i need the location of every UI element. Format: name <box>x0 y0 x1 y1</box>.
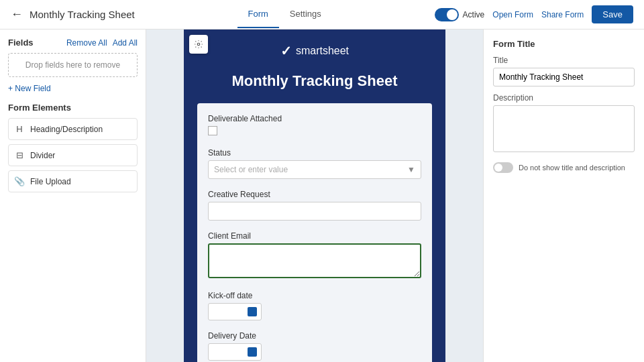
active-toggle-wrap: Active <box>435 8 485 21</box>
heading-icon: H <box>14 124 25 134</box>
select-placeholder: Select or enter value <box>214 165 288 174</box>
form-canvas: ✓ smartsheet Monthly Tracking Sheet Deli… <box>184 29 445 362</box>
back-button[interactable]: ← <box>11 7 23 21</box>
date-kickoff[interactable] <box>208 303 262 320</box>
form-fields: Deliverable Attached Status Select or en… <box>197 103 432 362</box>
field-status: Status Select or enter value ▼ <box>208 148 421 179</box>
page-title: Monthly Tracking Sheet <box>30 9 135 20</box>
drop-zone[interactable]: Drop fields here to remove <box>8 53 138 77</box>
field-label-creative: Creative Request <box>208 190 421 199</box>
smartsheet-logo: ✓ smartsheet <box>280 43 349 59</box>
select-chevron-icon: ▼ <box>407 165 415 174</box>
element-file-upload-label: File Upload <box>30 177 71 186</box>
description-input[interactable] <box>493 105 635 152</box>
tool-icon-button[interactable] <box>189 35 208 54</box>
field-kickoff-date: Kick-off date <box>208 291 421 320</box>
field-label-kickoff: Kick-off date <box>208 291 421 300</box>
field-deliverable-attached: Deliverable Attached <box>208 114 421 137</box>
file-upload-icon: 📎 <box>14 176 25 186</box>
form-area: ✓ smartsheet Monthly Tracking Sheet Deli… <box>146 29 483 362</box>
date-delivery[interactable] <box>208 343 262 361</box>
new-field-button[interactable]: + New Field <box>8 84 138 93</box>
header-right: Active Open Form Share Form Save <box>435 5 633 23</box>
element-heading[interactable]: H Heading/Description <box>8 118 138 140</box>
field-delivery-date: Delivery Date <box>208 331 421 361</box>
title-field-label: Title <box>493 56 635 65</box>
svg-point-0 <box>197 43 200 46</box>
textarea-client-email[interactable] <box>208 243 421 278</box>
tab-settings[interactable]: Settings <box>279 1 332 28</box>
show-title-toggle-row: Do not show title and description <box>493 162 635 173</box>
active-toggle[interactable] <box>435 8 459 21</box>
form-elements-title: Form Elements <box>8 103 138 113</box>
show-title-toggle-label: Do not show title and description <box>519 164 625 172</box>
field-creative-request: Creative Request <box>208 190 421 221</box>
right-panel: Form Title Title Description Do not show… <box>483 29 644 362</box>
field-label-client-email: Client Email <box>208 231 421 241</box>
share-form-button[interactable]: Share Form <box>541 10 584 19</box>
select-status[interactable]: Select or enter value ▼ <box>208 160 421 179</box>
small-toggle-knob <box>494 164 502 172</box>
show-title-toggle[interactable] <box>493 162 513 173</box>
element-heading-label: Heading/Description <box>30 125 103 134</box>
field-label-delivery: Delivery Date <box>208 331 421 341</box>
right-panel-title: Form Title <box>493 39 635 49</box>
description-field-label: Description <box>493 93 635 103</box>
checkbox-deliverable[interactable] <box>208 126 217 135</box>
calendar-delivery-icon <box>248 347 257 357</box>
toggle-knob <box>447 9 458 20</box>
header: ← Monthly Tracking Sheet Form Settings A… <box>0 0 644 29</box>
element-divider[interactable]: ⊟ Divider <box>8 144 138 166</box>
input-creative-request[interactable] <box>208 202 421 221</box>
save-button[interactable]: Save <box>592 5 633 23</box>
remove-all-button[interactable]: Remove All <box>66 38 107 48</box>
fields-section-header: Fields Remove All Add All <box>8 38 138 48</box>
field-client-email: Client Email <box>208 231 421 280</box>
title-input[interactable] <box>493 68 635 86</box>
canvas-header: ✓ smartsheet <box>184 29 445 66</box>
fields-title: Fields <box>8 38 34 48</box>
fields-actions: Remove All Add All <box>66 38 138 48</box>
element-file-upload[interactable]: 📎 File Upload <box>8 170 138 192</box>
field-label-status: Status <box>208 148 421 158</box>
logo-mark: ✓ <box>280 43 292 59</box>
active-label: Active <box>463 10 485 19</box>
add-all-button[interactable]: Add All <box>113 38 138 48</box>
calendar-icon <box>248 307 257 316</box>
open-form-button[interactable]: Open Form <box>492 10 533 19</box>
field-label-deliverable: Deliverable Attached <box>208 114 421 123</box>
element-divider-label: Divider <box>30 151 55 160</box>
form-title-display: Monthly Tracking Sheet <box>184 66 445 103</box>
header-center: Form Settings <box>237 1 332 28</box>
tab-form[interactable]: Form <box>237 1 279 28</box>
header-left: ← Monthly Tracking Sheet <box>11 7 135 21</box>
divider-icon: ⊟ <box>14 150 25 160</box>
logo-name: smartsheet <box>296 45 349 57</box>
sidebar: Fields Remove All Add All Drop fields he… <box>0 29 146 362</box>
main-layout: Fields Remove All Add All Drop fields he… <box>0 29 644 362</box>
